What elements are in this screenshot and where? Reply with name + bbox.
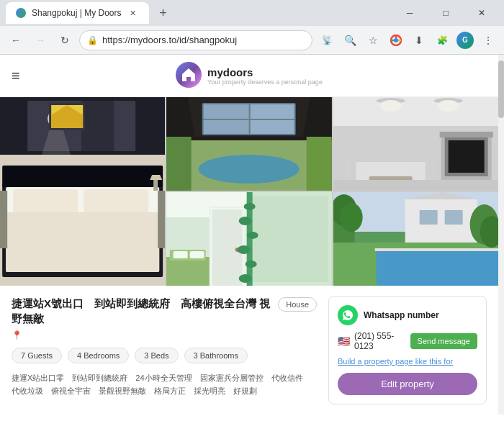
profile-avatar: G xyxy=(456,32,474,49)
build-property-link[interactable]: Build a property page like this for xyxy=(338,357,477,366)
svg-point-68 xyxy=(244,203,256,210)
contact-card: Whatsapp number 🇺🇸 (201) 555-0123 Send m… xyxy=(328,296,487,404)
property-title: 捷運站X號出口 到站即到總統府 高樓俯視全台灣 視野無敵 xyxy=(12,296,271,326)
svg-rect-17 xyxy=(0,191,7,248)
url-text: https://mydoors.to/id/shangpokuj xyxy=(102,35,237,45)
photo-green-bedroom xyxy=(166,192,331,286)
profile-button[interactable]: G xyxy=(455,30,475,50)
house-badge[interactable]: House xyxy=(278,297,317,312)
logo-area: mydoors Your property deserves a persona… xyxy=(176,62,323,89)
svg-rect-46 xyxy=(448,140,484,173)
tab-title: Shangpokuj | My Doors xyxy=(32,8,122,18)
browser-tab[interactable]: Shangpokuj | My Doors ✕ xyxy=(6,2,149,24)
svg-rect-16 xyxy=(2,166,163,187)
chrome-icon[interactable] xyxy=(386,30,406,50)
svg-rect-59 xyxy=(212,209,243,286)
amenities-row: 7 Guests 4 Bedrooms 3 Beds 3 Bathrooms xyxy=(12,348,317,363)
tab-favicon xyxy=(16,8,26,18)
property-section: 捷運站X號出口 到站即到總統府 高樓俯視全台灣 視野無敵 House 📍 7 G… xyxy=(0,286,498,415)
svg-point-40 xyxy=(379,100,401,112)
maximize-button[interactable]: □ xyxy=(429,0,462,26)
cast-button[interactable]: 📡 xyxy=(317,30,337,50)
svg-rect-81 xyxy=(419,210,437,225)
lock-icon: 🔒 xyxy=(87,35,98,45)
svg-rect-47 xyxy=(439,132,492,137)
svg-rect-49 xyxy=(347,153,433,162)
window-controls: ─ □ ✕ xyxy=(393,0,498,26)
amenity-bathrooms: 3 Bathrooms xyxy=(184,348,248,363)
search-button[interactable]: 🔍 xyxy=(340,30,360,50)
phone-number: (201) 555-0123 xyxy=(354,331,406,351)
svg-marker-79 xyxy=(405,199,477,243)
reload-button[interactable]: ↻ xyxy=(55,30,75,50)
svg-rect-82 xyxy=(444,210,462,225)
svg-rect-38 xyxy=(333,97,498,126)
svg-rect-14 xyxy=(84,189,148,214)
svg-rect-35 xyxy=(166,137,192,191)
address-bar[interactable]: 🔒 https://mydoors.to/id/shangpokuj xyxy=(79,30,312,50)
back-button[interactable]: ← xyxy=(6,30,26,50)
hamburger-menu[interactable]: ≡ xyxy=(12,68,20,84)
bookmark-button[interactable]: ☆ xyxy=(363,30,383,50)
svg-rect-88 xyxy=(376,250,498,286)
svg-marker-2 xyxy=(182,68,195,81)
new-tab-button[interactable]: + xyxy=(153,3,174,23)
scrollbar-track xyxy=(498,55,504,415)
svg-rect-18 xyxy=(158,191,165,248)
location-row: 📍 xyxy=(12,330,317,340)
site-header: ≡ mydoors Your property deserves a perso… xyxy=(0,55,498,97)
svg-rect-65 xyxy=(174,251,188,258)
photo-garden xyxy=(333,192,498,286)
svg-point-70 xyxy=(247,232,258,239)
property-left: 捷運站X號出口 到站即到總統府 高樓俯視全台灣 視野無敵 House 📍 7 G… xyxy=(12,296,317,404)
toolbar-actions: 📡 🔍 ☆ ⬇ 🧩 G ⋮ xyxy=(317,30,498,50)
property-title-row: 捷運站X號出口 到站即到總統府 高樓俯視全台灣 視野無敵 House xyxy=(12,296,317,326)
property-description: 捷運X站出口零 到站即到總統府 24小時全天管理 固家憲兵分層管控 代收信件 代… xyxy=(12,372,317,397)
logo-tagline: Your property deserves a personal page xyxy=(207,78,323,86)
browser-toolbar: ← → ↻ 🔒 https://mydoors.to/id/shangpokuj… xyxy=(0,26,504,55)
download-button[interactable]: ⬇ xyxy=(409,30,429,50)
webpage-content: ≡ mydoors Your property deserves a perso… xyxy=(0,55,498,415)
svg-rect-34 xyxy=(204,104,294,134)
svg-point-72 xyxy=(246,261,257,268)
svg-rect-13 xyxy=(13,189,78,214)
minimize-button[interactable]: ─ xyxy=(393,0,426,26)
photo-exterior xyxy=(166,97,331,191)
svg-rect-63 xyxy=(166,257,210,286)
scrollbar-thumb[interactable] xyxy=(498,60,504,118)
photo-fireplace xyxy=(333,97,498,191)
pin-icon: 📍 xyxy=(12,330,22,340)
svg-marker-6 xyxy=(81,101,114,151)
svg-rect-62 xyxy=(253,196,328,282)
browser-titlebar: Shangpokuj | My Doors ✕ + ─ □ ✕ xyxy=(0,0,504,26)
forward-button[interactable]: → xyxy=(30,30,50,50)
svg-point-73 xyxy=(239,274,252,283)
extensions-button[interactable]: 🧩 xyxy=(432,30,452,50)
edit-property-button[interactable]: Edit property xyxy=(338,373,477,395)
close-button[interactable]: ✕ xyxy=(465,0,498,26)
svg-rect-36 xyxy=(307,137,332,191)
tab-close-button[interactable]: ✕ xyxy=(127,7,139,19)
amenity-guests: 7 Guests xyxy=(12,348,62,363)
svg-marker-23 xyxy=(150,175,162,180)
svg-point-78 xyxy=(339,203,362,232)
svg-rect-53 xyxy=(333,180,498,191)
logo-icon xyxy=(176,62,202,88)
amenity-beds: 3 Beds xyxy=(135,348,178,363)
svg-point-33 xyxy=(199,155,300,184)
svg-rect-22 xyxy=(153,180,158,191)
whatsapp-row: Whatsapp number xyxy=(338,305,477,325)
svg-point-71 xyxy=(238,245,251,254)
svg-rect-89 xyxy=(374,248,498,251)
menu-button[interactable]: ⋮ xyxy=(478,30,498,50)
svg-rect-15 xyxy=(6,212,159,272)
amenity-bedrooms: 4 Bedrooms xyxy=(68,348,129,363)
photo-grid xyxy=(0,97,498,286)
whatsapp-label: Whatsapp number xyxy=(364,310,439,320)
svg-point-1 xyxy=(394,38,398,42)
flag-icon: 🇺🇸 xyxy=(338,335,350,347)
svg-point-69 xyxy=(239,217,252,225)
svg-rect-66 xyxy=(190,251,204,258)
send-message-button[interactable]: Send message xyxy=(410,333,477,349)
whatsapp-icon xyxy=(338,305,358,325)
